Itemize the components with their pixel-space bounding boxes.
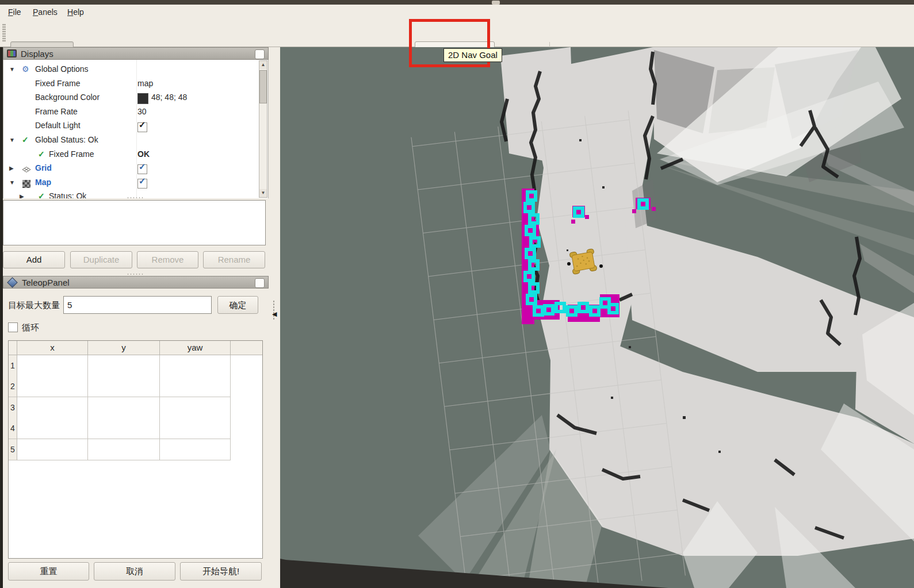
tree-value: ✓ bbox=[137, 175, 147, 190]
table-cell[interactable] bbox=[160, 376, 231, 397]
loop-checkbox[interactable] bbox=[8, 322, 18, 332]
map-canvas bbox=[280, 47, 914, 588]
gear-icon: ⚙ bbox=[22, 62, 29, 76]
row-header[interactable]: 5 bbox=[9, 439, 17, 460]
teleop-diamond-icon bbox=[7, 277, 17, 287]
tree-row-frame-rate[interactable]: Frame Rate 30 bbox=[3, 105, 259, 119]
table-cell[interactable] bbox=[17, 397, 88, 418]
table-cell[interactable] bbox=[88, 376, 160, 397]
table-cell[interactable] bbox=[17, 418, 88, 439]
tree-label: Fixed Frame bbox=[35, 76, 81, 91]
default-light-checkbox[interactable]: ✓ bbox=[137, 122, 147, 132]
start-navigation-button[interactable]: 开始导航! bbox=[180, 562, 262, 581]
tree-label: Status: Ok bbox=[49, 189, 86, 198]
map-checkbox[interactable]: ✓ bbox=[137, 179, 147, 189]
cancel-button[interactable]: 取消 bbox=[94, 562, 175, 581]
column-header-filler bbox=[231, 341, 262, 355]
render-viewport[interactable] bbox=[280, 47, 914, 588]
tree-row-fixed-frame-status[interactable]: ✓ Fixed Frame OK bbox=[3, 147, 259, 162]
collapse-left-icon[interactable]: ◀ bbox=[272, 310, 277, 318]
expand-arrow-icon[interactable]: ▼ bbox=[9, 133, 15, 147]
scroll-down-arrow[interactable]: ▼ bbox=[259, 189, 267, 197]
tree-row-fixed-frame[interactable]: Fixed Frame map bbox=[3, 76, 259, 91]
expand-arrow-icon[interactable]: ▶ bbox=[9, 161, 14, 175]
tree-row-global-options[interactable]: ▼ ⚙ Global Options bbox=[3, 62, 259, 76]
tree-label: Map bbox=[35, 175, 51, 190]
toolbar-drag-handle[interactable] bbox=[2, 24, 6, 42]
scroll-up-arrow[interactable]: ▲ bbox=[259, 61, 267, 69]
tree-label: Global Options bbox=[35, 62, 89, 76]
table-cell[interactable] bbox=[160, 355, 231, 376]
column-header-yaw[interactable]: yaw bbox=[160, 341, 231, 355]
confirm-button[interactable]: 确定 bbox=[217, 296, 258, 314]
table-cell[interactable] bbox=[88, 418, 160, 439]
tree-label: Background Color bbox=[35, 90, 100, 105]
reset-button[interactable]: 重置 bbox=[8, 562, 89, 581]
teleop-float-button[interactable] bbox=[255, 278, 265, 288]
table-cell[interactable] bbox=[17, 439, 88, 460]
status-ok-check-icon: ✓ bbox=[38, 147, 45, 162]
tree-row-global-status[interactable]: ▼ ✓ Global Status: Ok bbox=[3, 133, 259, 147]
menu-help[interactable]: Help bbox=[67, 6, 84, 18]
expand-arrow-icon[interactable]: ▼ bbox=[9, 62, 15, 76]
tree-label: Global Status: Ok bbox=[35, 133, 98, 147]
status-ok-check-icon: ✓ bbox=[38, 189, 45, 198]
column-header-y[interactable]: y bbox=[88, 341, 160, 355]
expand-arrow-icon[interactable]: ▶ bbox=[20, 189, 24, 198]
tree-value[interactable]: 30 bbox=[137, 105, 147, 119]
window-title-icon bbox=[492, 1, 500, 5]
tree-row-background-color[interactable]: Background Color 48; 48; 48 bbox=[3, 90, 259, 105]
goal-table: x y yaw 1 2 3 4 5 bbox=[8, 340, 263, 559]
tree-label: Frame Rate bbox=[35, 105, 78, 119]
tree-value: ✓ bbox=[137, 118, 147, 133]
table-cell[interactable] bbox=[88, 397, 160, 418]
row-header[interactable]: 4 bbox=[9, 418, 17, 439]
displays-float-button[interactable] bbox=[255, 49, 265, 59]
table-cell[interactable] bbox=[17, 355, 88, 376]
table-cell[interactable] bbox=[17, 376, 88, 397]
splitter-handle-dots[interactable] bbox=[127, 273, 144, 275]
tree-value[interactable]: map bbox=[137, 76, 153, 91]
add-display-button[interactable]: Add bbox=[3, 251, 65, 268]
display-description-box bbox=[3, 200, 266, 245]
table-cell[interactable] bbox=[160, 418, 231, 439]
scrollbar-thumb[interactable] bbox=[259, 70, 267, 103]
displays-tree: ▼ ⚙ Global Options Fixed Frame map Backg… bbox=[3, 60, 269, 198]
expand-arrow-icon[interactable]: ▼ bbox=[9, 175, 15, 190]
table-cell[interactable] bbox=[160, 439, 231, 460]
max-goals-label: 目标最大数量 bbox=[8, 300, 60, 311]
displays-monitor-icon bbox=[7, 49, 17, 57]
grid-checkbox[interactable]: ✓ bbox=[137, 164, 147, 174]
remove-display-button[interactable]: Remove bbox=[137, 251, 198, 268]
table-cell[interactable] bbox=[160, 397, 231, 418]
row-header[interactable]: 1 bbox=[9, 355, 17, 376]
tree-label: Fixed Frame bbox=[49, 147, 94, 162]
table-corner[interactable] bbox=[9, 341, 17, 355]
displays-panel-header[interactable]: Displays bbox=[3, 47, 269, 60]
tree-row-default-light[interactable]: Default Light ✓ bbox=[3, 118, 259, 133]
rename-display-button[interactable]: Rename bbox=[203, 251, 265, 268]
tree-row-grid[interactable]: ▶ Grid ✓ bbox=[3, 161, 259, 175]
tree-value: ✓ bbox=[137, 161, 147, 175]
panel-splitter[interactable]: ◀ bbox=[269, 47, 280, 588]
row-header[interactable]: 2 bbox=[9, 376, 17, 397]
menu-file[interactable]: File bbox=[8, 6, 21, 18]
tree-value[interactable]: 48; 48; 48 bbox=[137, 90, 187, 105]
teleop-panel-title: TeleopPanel bbox=[22, 278, 70, 287]
max-goals-input[interactable] bbox=[63, 296, 212, 314]
column-header-x[interactable]: x bbox=[17, 341, 88, 355]
table-cell[interactable] bbox=[88, 355, 160, 376]
duplicate-display-button[interactable]: Duplicate bbox=[70, 251, 132, 268]
loop-label: 循环 bbox=[22, 322, 39, 333]
table-cell[interactable] bbox=[88, 439, 160, 460]
menu-bar: File Panels Help bbox=[0, 5, 914, 19]
tree-row-map[interactable]: ▼ Map ✓ bbox=[3, 175, 259, 190]
splitter-handle-dots[interactable] bbox=[127, 197, 144, 199]
tree-scrollbar[interactable]: ▲ ▼ bbox=[259, 60, 267, 198]
row-header[interactable]: 3 bbox=[9, 397, 17, 418]
status-ok-check-icon: ✓ bbox=[22, 133, 29, 147]
tree-label: Grid bbox=[35, 161, 52, 175]
teleop-panel-header[interactable]: TeleopPanel bbox=[3, 276, 269, 289]
check-icon: ✓ bbox=[139, 120, 146, 129]
menu-panels[interactable]: Panels bbox=[33, 6, 58, 18]
